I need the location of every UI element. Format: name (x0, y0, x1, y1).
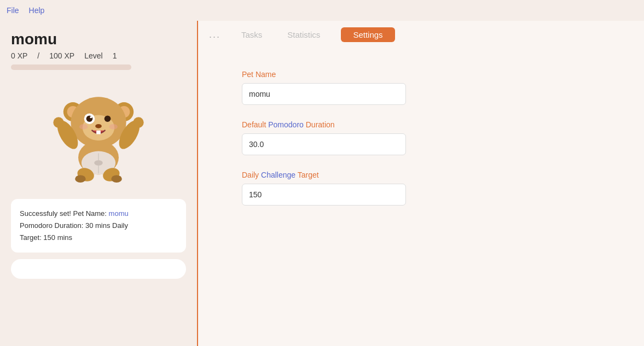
menu-help[interactable]: Help (29, 6, 45, 15)
xp-max: 100 XP (49, 51, 74, 60)
menu-file[interactable]: File (7, 6, 19, 15)
svg-point-13 (53, 117, 63, 127)
tab-settings[interactable]: Settings (341, 27, 394, 42)
pomodoro-duration-label: Default Pomodoro Duration (242, 120, 406, 129)
main-layout: momu 0 XP / 100 XP Level 1 (0, 21, 644, 346)
notification-line1: Successfuly set! Pet Name: (20, 209, 107, 218)
xp-bar-container (11, 64, 131, 70)
notification-line2: Pomodoro Duration: 30 mins Daily (20, 221, 128, 230)
bottom-input[interactable] (11, 259, 186, 279)
right-panel: ... Tasks Statistics Settings Pet Name D… (198, 21, 644, 346)
settings-content: Pet Name Default Pomodoro Duration Daily… (198, 48, 644, 346)
svg-point-22 (111, 175, 121, 183)
xp-level-row: 0 XP / 100 XP Level 1 (11, 51, 186, 60)
xp-current: 0 XP (11, 51, 27, 60)
pet-illustration (11, 79, 186, 188)
pomodoro-highlight: Pomodoro (268, 120, 304, 129)
menu-bar: File Help (0, 0, 644, 21)
tab-statistics[interactable]: Statistics (283, 28, 324, 42)
level-label: Level (84, 51, 102, 60)
notification-box: Successfuly set! Pet Name: momu Pomodoro… (11, 199, 186, 253)
svg-point-9 (105, 115, 111, 122)
pet-avatar (44, 84, 153, 183)
notification-pet-name: momu (109, 209, 129, 218)
svg-point-24 (79, 124, 88, 130)
pet-name-input[interactable] (242, 83, 406, 105)
svg-point-15 (133, 117, 143, 127)
daily-challenge-input[interactable] (242, 184, 406, 206)
svg-point-10 (95, 124, 102, 128)
svg-point-25 (109, 124, 118, 130)
sidebar: momu 0 XP / 100 XP Level 1 (0, 21, 198, 346)
svg-point-23 (94, 160, 103, 166)
tab-dots: ... (209, 29, 221, 40)
svg-point-8 (90, 116, 92, 118)
pomodoro-duration-group: Default Pomodoro Duration (242, 120, 406, 155)
tab-bar: ... Tasks Statistics Settings (198, 21, 644, 48)
daily-challenge-group: Daily Challenge Target (242, 171, 406, 206)
notification-line3: Target: 150 mins (20, 233, 72, 242)
challenge-highlight: Challenge (261, 171, 295, 179)
tab-tasks[interactable]: Tasks (237, 28, 266, 42)
pet-name-group: Pet Name (242, 70, 406, 105)
daily-challenge-label: Daily Challenge Target (242, 171, 406, 179)
pet-name-label: Pet Name (242, 70, 406, 79)
svg-rect-11 (96, 131, 101, 134)
xp-separator: / (37, 51, 39, 60)
level-value: 1 (113, 51, 117, 60)
pet-name-display: momu (11, 31, 186, 48)
pomodoro-duration-input[interactable] (242, 133, 406, 155)
svg-point-20 (75, 175, 85, 183)
